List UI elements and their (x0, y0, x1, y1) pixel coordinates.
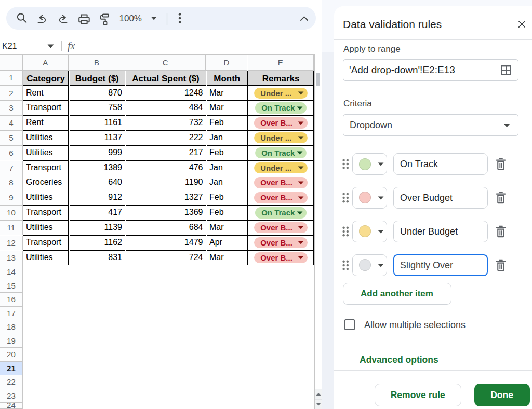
svg-text:100%: 100% (119, 13, 142, 23)
